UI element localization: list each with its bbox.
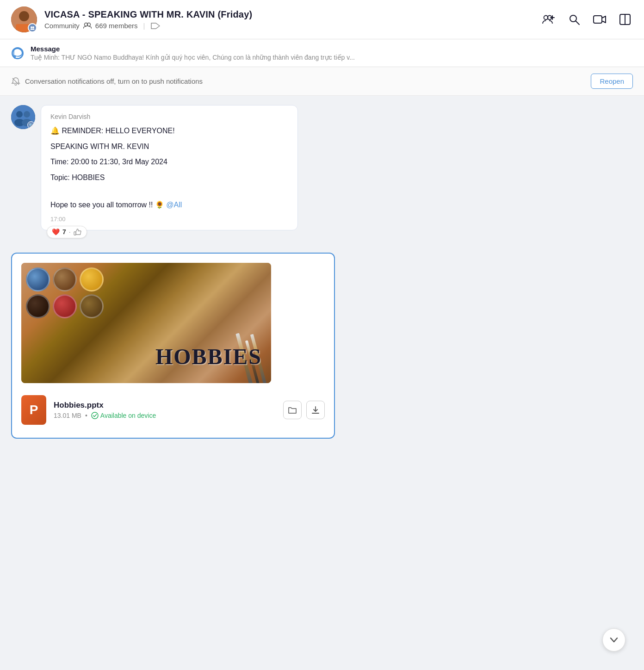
svg-point-24 <box>24 111 30 118</box>
message-preview-text: Tuệ Minh: THƯ NGỎ Namo Buddhaya! Kính gử… <box>31 54 355 61</box>
file-size: 13.01 MB <box>54 412 81 419</box>
tag-icon <box>150 22 161 30</box>
file-name: Hobbies.pptx <box>54 401 276 410</box>
hobbies-title-overlay: HOBBIES <box>155 344 262 369</box>
download-icon <box>311 405 320 415</box>
svg-rect-27 <box>74 232 76 235</box>
layout-button[interactable] <box>617 12 633 27</box>
header-info: VICASA - SPEAKING WITH MR. KAVIN (Friday… <box>44 9 252 30</box>
group-icon-small <box>30 25 35 30</box>
message-preview-bar[interactable]: Message Tuệ Minh: THƯ NGỎ Namo Buddhaya!… <box>0 39 644 67</box>
download-button[interactable] <box>306 401 325 419</box>
channel-subtitle: Community 669 members | <box>44 22 252 30</box>
file-action-buttons <box>283 401 325 419</box>
file-message-card: HOBBIES P Hobbies.pptx 13.01 MB • <box>11 253 335 439</box>
notification-bar: Conversation notifications off, turn on … <box>0 67 644 96</box>
reaction-separator: · <box>69 228 71 236</box>
scroll-to-bottom-button[interactable] <box>602 628 625 651</box>
svg-rect-16 <box>594 16 602 23</box>
paint-circle-blue <box>26 267 50 292</box>
paint-circle-brown <box>53 267 77 292</box>
sender-avatar: 🔍 <box>11 105 35 129</box>
message-item-1: 🔍 Kevin Darvish 🔔 REMINDER: HELLO EVERYO… <box>11 105 298 230</box>
hobbies-image-preview[interactable]: HOBBIES <box>21 263 271 383</box>
message-timestamp: 17:00 <box>50 216 288 223</box>
msg-line-see-you: Hope to see you all tomorrow !! 🌻 @All <box>50 199 288 211</box>
msg-line-reminder: 🔔 REMINDER: HELLO EVERYONE! <box>50 125 288 137</box>
tag-svg <box>150 22 161 30</box>
file-icon-letter: P <box>30 403 38 417</box>
file-available-status: Available on device <box>91 412 156 419</box>
avatar-group-badge <box>28 23 37 32</box>
message-preview-content: Message Tuệ Minh: THƯ NGỎ Namo Buddhaya!… <box>31 45 355 61</box>
pptx-file-icon: P <box>21 395 46 425</box>
msg-line-topic: Topic: HOBBIES <box>50 172 288 184</box>
bell-emoji: 🔔 <box>50 127 60 135</box>
message-sender: Kevin Darvish <box>50 113 288 120</box>
message-bubble-1: Kevin Darvish 🔔 REMINDER: HELLO EVERYONE… <box>41 105 298 230</box>
svg-point-23 <box>16 111 23 118</box>
header-actions <box>540 11 633 28</box>
file-message-wrapper: HOBBIES P Hobbies.pptx 13.01 MB • <box>11 249 633 439</box>
check-circle-icon <box>91 412 99 419</box>
paint-circle-red <box>53 294 77 318</box>
members-count: 669 members <box>95 22 138 30</box>
message-preview-icon <box>11 47 24 60</box>
search-icon <box>568 13 580 25</box>
notifications-off-icon <box>11 77 20 86</box>
svg-point-4 <box>31 26 32 28</box>
paint-circle-dark <box>26 294 50 318</box>
paint-circle-mixed <box>80 294 104 318</box>
folder-icon <box>288 405 297 415</box>
msg-line-time: Time: 20:00 to 21:30, 3rd May 2024 <box>50 156 288 168</box>
file-attachment: P Hobbies.pptx 13.01 MB • Available on d… <box>21 391 325 428</box>
thumbs-up-icon <box>74 228 82 236</box>
chevron-down-icon <box>609 635 619 645</box>
add-members-icon <box>542 13 555 26</box>
file-meta: 13.01 MB • Available on device <box>54 412 276 419</box>
avatar-search-badge: 🔍 <box>27 121 35 129</box>
channel-title: VICASA - SPEAKING WITH MR. KAVIN (Friday… <box>44 9 252 20</box>
message-reactions[interactable]: ❤️ 7 · <box>47 226 87 238</box>
reopen-button[interactable]: Reopen <box>591 74 633 89</box>
svg-point-28 <box>92 412 98 419</box>
add-members-button[interactable] <box>540 11 557 28</box>
channel-avatar[interactable] <box>11 6 37 32</box>
folder-button[interactable] <box>283 401 302 419</box>
search-button[interactable] <box>566 12 582 27</box>
video-icon <box>593 13 606 25</box>
message-body: 🔔 REMINDER: HELLO EVERYONE! SPEAKING WIT… <box>50 125 288 211</box>
mention-all[interactable]: @All <box>166 201 182 209</box>
header: VICASA - SPEAKING WITH MR. KAVIN (Friday… <box>0 0 644 39</box>
paint-palette <box>26 267 104 318</box>
svg-point-5 <box>32 26 34 28</box>
header-separator: | <box>143 22 145 30</box>
image-background: HOBBIES <box>21 263 271 383</box>
heart-reaction: ❤️ <box>52 228 60 236</box>
reaction-count: 7 <box>62 228 66 236</box>
msg-line-title: SPEAKING WITH MR. KEVIN <box>50 141 288 153</box>
paint-circle-yellow <box>80 267 104 292</box>
thumbs-up-reaction[interactable] <box>74 228 82 236</box>
layout-icon <box>619 13 631 25</box>
members-icon <box>83 22 92 30</box>
community-label: Community <box>44 22 80 30</box>
svg-point-7 <box>32 29 35 30</box>
file-info: Hobbies.pptx 13.01 MB • Available on dev… <box>54 401 276 419</box>
header-left: VICASA - SPEAKING WITH MR. KAVIN (Friday… <box>11 6 252 32</box>
notification-text: Conversation notifications off, turn on … <box>25 77 586 85</box>
file-meta-dot: • <box>85 412 87 419</box>
chat-area: 🔍 Kevin Darvish 🔔 REMINDER: HELLO EVERYO… <box>0 96 644 448</box>
members-svg <box>83 22 92 30</box>
svg-point-1 <box>19 11 29 21</box>
chat-bubble-icon <box>11 47 24 60</box>
message-label: Message <box>31 45 355 53</box>
svg-line-15 <box>576 21 580 25</box>
video-button[interactable] <box>591 12 608 27</box>
